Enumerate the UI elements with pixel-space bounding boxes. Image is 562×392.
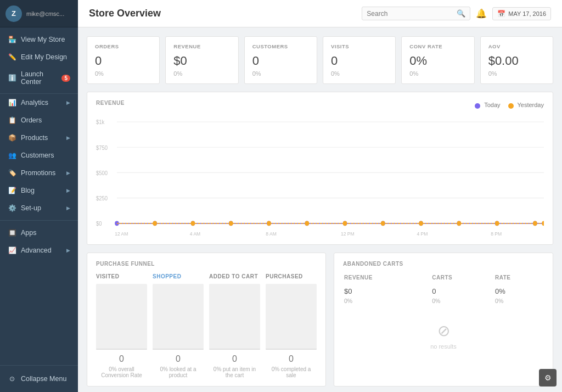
- sidebar-item-label: Launch Center: [21, 70, 61, 86]
- col-header-rate: RATE: [495, 275, 543, 285]
- sidebar-item-apps[interactable]: 🔲 Apps: [0, 224, 78, 242]
- chevron-right-icon: ▶: [66, 135, 70, 141]
- stat-change: 0%: [95, 70, 151, 77]
- sidebar-item-setup[interactable]: ⚙️ Set-up ▶: [0, 199, 78, 217]
- stat-value: 0%: [409, 54, 466, 68]
- svg-point-32: [533, 221, 537, 226]
- abandoned-carts-value: 0: [432, 286, 494, 295]
- sidebar-header: Z mike@cmsc...: [0, 0, 78, 27]
- stat-label: AOV: [488, 43, 545, 49]
- content-area: ORDERS 0 0% REVENUE $0 0% CUSTOMERS 0 0%…: [78, 27, 562, 392]
- stat-label: CONV RATE: [409, 43, 466, 49]
- funnel-columns: VISITED 0 0% overallConversion Rate SHOP…: [96, 273, 317, 378]
- sidebar-item-label: Orders: [21, 116, 70, 124]
- table-row-sub: 0% 0% 0%: [344, 296, 543, 304]
- funnel-col-label: PURCHASED: [266, 273, 317, 279]
- advanced-icon: 📈: [8, 246, 16, 255]
- topbar: Store Overview 🔍 🔔 📅 MAY 17, 2016: [78, 0, 562, 27]
- sidebar-item-label: Customers: [21, 152, 70, 159]
- no-results-text: no results: [430, 343, 457, 350]
- svg-point-25: [267, 221, 271, 226]
- search-input[interactable]: [367, 10, 454, 18]
- sidebar-item-orders[interactable]: 📋 Orders: [0, 111, 78, 129]
- customers-icon: 👥: [8, 151, 16, 160]
- store-icon: 🏪: [8, 35, 16, 44]
- abandoned-revenue-value: $0: [344, 286, 431, 295]
- date-picker[interactable]: 📅 MAY 17, 2016: [492, 7, 551, 20]
- purchase-funnel-title: PURCHASE FUNNEL: [96, 261, 317, 267]
- funnel-col-label: VISITED: [96, 273, 147, 279]
- sidebar-item-edit-my-design[interactable]: ✏️ Edit My Design: [0, 48, 78, 66]
- funnel-desc: 0% put an item inthe cart: [209, 366, 260, 378]
- search-icon[interactable]: 🔍: [457, 9, 465, 18]
- collapse-icon: ⊙: [8, 374, 16, 383]
- orders-icon: 📋: [8, 116, 16, 125]
- collapse-menu-button[interactable]: ⊙ Collapse Menu: [0, 370, 78, 388]
- no-results: ⊘ no results: [343, 305, 544, 355]
- abandoned-carts-change: 0%: [432, 296, 494, 304]
- stat-card-customers: CUSTOMERS 0 0%: [244, 36, 317, 84]
- settings-fab-button[interactable]: ⚙: [539, 369, 557, 387]
- col-header-revenue: REVENUE: [344, 275, 431, 285]
- svg-text:$750: $750: [96, 144, 108, 151]
- sidebar-item-customers[interactable]: 👥 Customers: [0, 147, 78, 164]
- funnel-col-label: ADDED TO CART: [209, 273, 260, 279]
- chevron-right-icon: ▶: [66, 205, 70, 211]
- sidebar-item-products[interactable]: 📦 Products ▶: [0, 129, 78, 147]
- revenue-chart-area: $1k $750 $500 $250 $0: [96, 116, 544, 237]
- funnel-bar-container: [153, 284, 204, 350]
- stat-value: 0: [95, 54, 151, 68]
- sidebar-item-analytics[interactable]: 📊 Analytics ▶: [0, 94, 78, 111]
- svg-point-24: [229, 221, 233, 226]
- purchase-funnel-card: PURCHASE FUNNEL VISITED 0 0% overallConv…: [87, 253, 326, 387]
- abandoned-carts-title: ABANDONED CARTS: [343, 261, 544, 267]
- blog-icon: 📝: [8, 186, 16, 195]
- sidebar-nav-main: 📊 Analytics ▶ 📋 Orders 📦 Products ▶ 👥 Cu…: [0, 94, 78, 365]
- search-box[interactable]: 🔍: [362, 7, 470, 20]
- svg-text:$0: $0: [96, 221, 102, 227]
- sidebar-item-promotions[interactable]: 🏷️ Promotions ▶: [0, 164, 78, 182]
- stat-value: $0.00: [488, 54, 545, 68]
- funnel-col-visited: VISITED 0 0% overallConversion Rate: [96, 273, 147, 378]
- table-row: $0 0 0%: [344, 286, 543, 295]
- svg-point-30: [457, 221, 462, 226]
- funnel-col-added-to-cart: ADDED TO CART 0 0% put an item inthe car…: [209, 273, 260, 378]
- products-icon: 📦: [8, 133, 16, 142]
- funnel-bar: [96, 349, 147, 350]
- sidebar-item-advanced[interactable]: 📈 Advanced ▶: [0, 242, 78, 259]
- notification-bell-icon[interactable]: 🔔: [476, 8, 487, 19]
- sidebar-item-label: Promotions: [21, 169, 66, 177]
- svg-text:$1k: $1k: [96, 119, 105, 126]
- revenue-chart-title: REVENUE: [96, 100, 475, 106]
- svg-point-28: [381, 221, 385, 226]
- stat-card-conv-rate: CONV RATE 0% 0%: [401, 36, 474, 84]
- svg-text:4 AM: 4 AM: [190, 231, 200, 237]
- funnel-count: 0: [153, 354, 204, 364]
- sidebar-item-label: Edit My Design: [21, 53, 70, 61]
- sidebar-item-blog[interactable]: 📝 Blog ▶: [0, 182, 78, 199]
- analytics-icon: 📊: [8, 98, 16, 107]
- funnel-col-label: SHOPPED: [153, 273, 204, 279]
- funnel-desc: 0% looked at aproduct: [153, 366, 204, 378]
- chevron-right-icon: ▶: [66, 188, 70, 193]
- sidebar-nav-top: 🏪 View My Store ✏️ Edit My Design ℹ️ Lau…: [0, 27, 78, 94]
- svg-point-22: [153, 221, 157, 226]
- sidebar-footer: ⊙ Collapse Menu: [0, 365, 78, 392]
- svg-point-27: [343, 221, 347, 226]
- sidebar-item-launch-center[interactable]: ℹ️ Launch Center 5: [0, 66, 78, 90]
- page-title: Store Overview: [89, 8, 362, 19]
- abandoned-revenue-change: 0%: [344, 296, 431, 304]
- apps-icon: 🔲: [8, 228, 16, 237]
- sidebar-item-label: Set-up: [21, 204, 66, 212]
- stat-label: CUSTOMERS: [252, 43, 309, 49]
- setup-icon: ⚙️: [8, 204, 16, 212]
- no-results-icon: ⊘: [437, 322, 450, 340]
- stat-change: 0%: [331, 70, 387, 77]
- sidebar-item-view-my-store[interactable]: 🏪 View My Store: [0, 31, 78, 48]
- sidebar: Z mike@cmsc... 🏪 View My Store ✏️ Edit M…: [0, 0, 78, 392]
- stat-change: 0%: [173, 70, 230, 77]
- svg-text:12 PM: 12 PM: [341, 231, 355, 237]
- funnel-bar: [266, 349, 317, 350]
- stat-value: $0: [173, 54, 230, 68]
- stat-label: ORDERS: [95, 43, 151, 49]
